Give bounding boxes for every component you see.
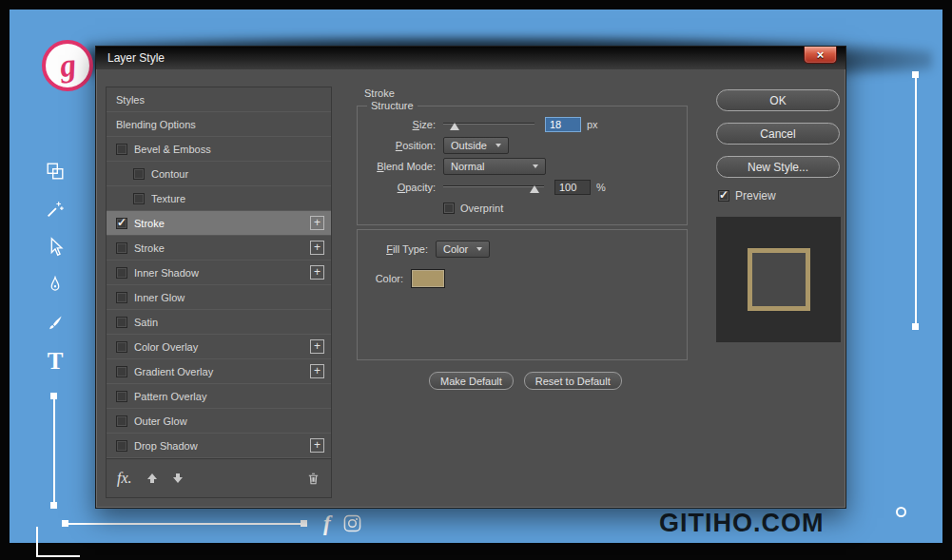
fx-button[interactable]: fx. <box>117 470 132 487</box>
position-dropdown[interactable]: Outside <box>443 137 509 154</box>
opacity-slider-thumb[interactable] <box>530 185 539 193</box>
position-row: Position: Outside <box>358 135 679 155</box>
stroke-color-swatch[interactable] <box>411 269 445 288</box>
style-checkbox[interactable] <box>116 242 127 254</box>
selection-handle <box>50 502 57 509</box>
delete-effect-button[interactable] <box>306 472 321 486</box>
style-item-satin[interactable]: Satin <box>107 310 331 335</box>
style-item-label: Blending Options <box>116 119 324 130</box>
color-label: Color: <box>369 273 403 284</box>
blend-mode-row: Blend Mode: Normal <box>358 156 679 176</box>
styles-list-panel: Styles Blending Options Bevel & Emboss C… <box>106 87 332 498</box>
preview-checkbox[interactable] <box>718 190 729 202</box>
style-checkbox[interactable] <box>116 341 127 353</box>
style-item-bevel-emboss[interactable]: Bevel & Emboss <box>107 137 331 162</box>
opacity-slider[interactable] <box>443 181 544 194</box>
style-item-label: Styles <box>116 94 324 106</box>
blend-mode-value: Normal <box>451 161 484 172</box>
selection-handle <box>912 323 919 330</box>
size-slider[interactable] <box>443 118 534 131</box>
corner-bracket-decoration <box>36 527 80 557</box>
style-item-styles[interactable]: Styles <box>107 87 331 112</box>
style-item-label: Stroke <box>134 218 310 229</box>
add-effect-button[interactable] <box>310 265 324 280</box>
artboard-tool-icon[interactable] <box>44 160 67 183</box>
ok-button[interactable]: OK <box>716 89 840 111</box>
style-checkbox[interactable] <box>116 292 127 303</box>
style-item-label: Inner Glow <box>134 292 324 303</box>
position-value: Outside <box>451 140 487 151</box>
stroke-settings-panel: Stroke Structure Size: px Position: <box>341 85 714 508</box>
structure-group-title: Structure <box>367 100 418 111</box>
style-item-contour[interactable]: Contour <box>107 162 331 186</box>
styles-list-footer: fx. <box>107 458 331 497</box>
add-effect-button[interactable] <box>310 216 324 230</box>
style-item-inner-shadow[interactable]: Inner Shadow <box>107 261 331 285</box>
layer-style-dialog: Layer Style Styles Blending Options Beve… <box>95 46 846 509</box>
color-row: Color: <box>367 268 677 288</box>
move-effect-down-button[interactable] <box>172 473 184 484</box>
style-item-stroke-2[interactable]: Stroke <box>107 236 331 261</box>
size-row: Size: px <box>358 114 679 134</box>
style-item-label: Gradient Overlay <box>134 366 310 377</box>
size-slider-thumb[interactable] <box>450 123 459 130</box>
add-effect-button[interactable] <box>310 241 324 255</box>
selection-line-right <box>915 76 917 326</box>
style-item-stroke-selected[interactable]: Stroke <box>107 211 331 236</box>
style-checkbox[interactable] <box>116 218 127 229</box>
magic-wand-tool-icon[interactable] <box>44 198 67 221</box>
style-checkbox[interactable] <box>116 267 127 279</box>
style-checkbox[interactable] <box>116 366 127 377</box>
style-item-label: Satin <box>134 317 324 328</box>
position-label: Position: <box>358 140 436 151</box>
selection-handle <box>301 520 307 527</box>
style-item-color-overlay[interactable]: Color Overlay <box>107 335 331 359</box>
size-input[interactable] <box>545 117 581 132</box>
overprint-label: Overprint <box>460 203 503 214</box>
pen-tool-icon[interactable] <box>44 274 67 297</box>
style-checkbox[interactable] <box>133 193 145 204</box>
fill-type-dropdown[interactable]: Color <box>436 241 490 258</box>
style-item-drop-shadow[interactable]: Drop Shadow <box>107 434 331 458</box>
dialog-titlebar[interactable]: Layer Style <box>96 47 845 69</box>
style-checkbox[interactable] <box>116 391 127 402</box>
style-item-label: Drop Shadow <box>134 440 310 452</box>
style-item-gradient-overlay[interactable]: Gradient Overlay <box>107 359 331 384</box>
add-effect-button[interactable] <box>310 339 324 354</box>
opacity-slider-track[interactable] <box>443 185 544 186</box>
style-item-texture[interactable]: Texture <box>107 186 331 211</box>
preview-label: Preview <box>735 189 776 203</box>
add-effect-button[interactable] <box>310 438 324 453</box>
selection-handle <box>50 393 57 399</box>
selection-line-bottom <box>67 523 304 525</box>
move-effect-up-button[interactable] <box>146 473 158 484</box>
type-tool-icon[interactable]: T <box>44 350 67 373</box>
direct-selection-tool-icon[interactable] <box>44 236 67 259</box>
overprint-checkbox[interactable] <box>443 203 455 214</box>
style-item-label: Pattern Overlay <box>134 391 324 402</box>
make-default-button[interactable]: Make Default <box>429 372 514 390</box>
close-button[interactable] <box>804 47 837 64</box>
add-effect-button[interactable] <box>310 364 324 378</box>
style-item-blending-options[interactable]: Blending Options <box>107 112 331 137</box>
style-item-pattern-overlay[interactable]: Pattern Overlay <box>107 384 331 409</box>
new-style-button[interactable]: New Style... <box>716 156 840 178</box>
reset-to-default-button[interactable]: Reset to Default <box>524 372 622 390</box>
brush-tool-icon[interactable] <box>44 312 67 335</box>
style-checkbox[interactable] <box>116 440 127 452</box>
overprint-row: Overprint <box>358 198 679 218</box>
gitiho-watermark: GITIHO.COM <box>659 509 825 538</box>
style-item-label: Contour <box>151 168 324 180</box>
style-item-inner-glow[interactable]: Inner Glow <box>107 285 331 310</box>
structure-group: Structure Size: px Position: Outs <box>357 100 688 225</box>
fill-type-label: Fill Type: <box>377 243 428 255</box>
style-checkbox[interactable] <box>133 168 145 180</box>
style-item-label: Bevel & Emboss <box>134 144 324 155</box>
style-checkbox[interactable] <box>116 415 127 427</box>
opacity-input[interactable] <box>554 180 591 195</box>
style-item-outer-glow[interactable]: Outer Glow <box>107 409 331 434</box>
style-checkbox[interactable] <box>116 144 127 155</box>
blend-mode-dropdown[interactable]: Normal <box>443 158 546 175</box>
style-checkbox[interactable] <box>116 317 127 328</box>
cancel-button[interactable]: Cancel <box>716 123 840 145</box>
